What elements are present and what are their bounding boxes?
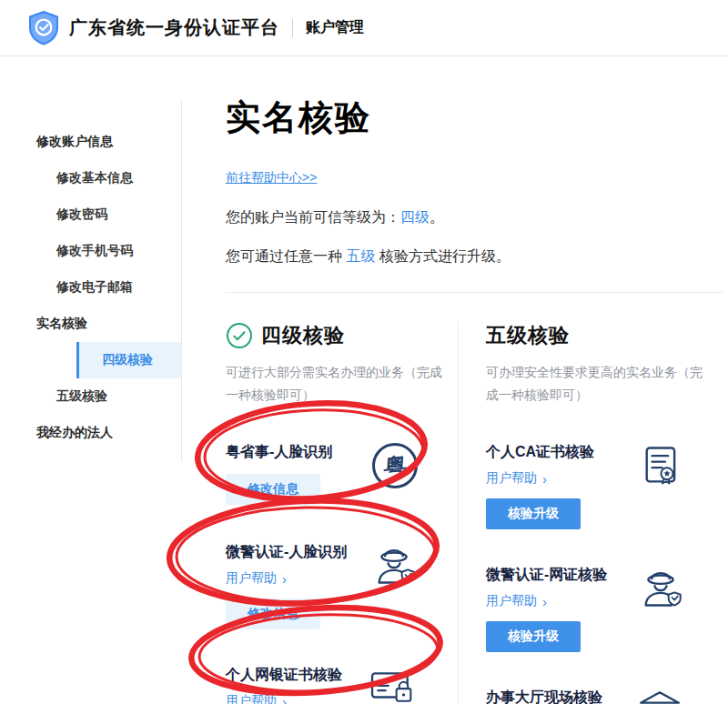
user-help-label: 用户帮助 [486,470,537,487]
upgrade-hint-suffix: 核验方式进行升级。 [375,248,510,264]
card-weijing-face: 微警认证-人脸识别 用户帮助› 修改信息 [226,543,458,629]
shield-check-icon [27,10,60,46]
green-circle-check-icon [226,322,253,349]
current-level-text: 您的账户当前可信等级为：四级。 [226,208,723,227]
user-help-link[interactable]: 用户帮助› [486,593,547,609]
level4-description: 可进行大部分需实名办理的业务（完成一种核验即可） [226,361,446,407]
section-title: 账户管理 [306,18,364,37]
chevron-right-icon: › [282,571,287,587]
user-help-label: 用户帮助 [486,593,537,609]
card-title: 微警认证-网证核验 [486,566,657,585]
card-title: 微警认证-人脸识别 [226,543,392,562]
card-yueshengshi-face: 粤省事-人脸识别 修改信息 粤 [226,443,458,507]
section-divider [226,292,723,293]
sidebar-item-level4-verify[interactable]: 四级核验 [76,342,181,378]
bank-card-lock-icon [369,666,418,704]
main-content: 实名核验 前往帮助中心>> 您的账户当前可信等级为：四级。 您可通过任意一种 五… [226,56,723,704]
chevron-right-icon: › [542,594,547,609]
upgrade-hint-text: 您可通过任意一种 五级 核验方式进行升级。 [226,247,723,267]
level5-description: 可办理安全性要求更高的实名业务（完成一种核验即可） [486,361,706,407]
modify-info-button[interactable]: 修改信息 [226,474,320,505]
card-title: 个人网银证书核验 [226,666,392,685]
platform-title: 广东省统一身份认证平台 [69,15,279,40]
level4-column: 四级核验 可进行大部分需实名办理的业务（完成一种核验即可） 粤省事-人脸识别 修… [226,322,458,704]
card-service-hall-onsite: 办事大厅现场核验 查看办事大厅地址› 查看办理条件 [486,689,723,704]
card-personal-ca-cert: 个人CA证书核验 用户帮助› 核验升级 [486,443,723,529]
sidebar-item-modify-account-info[interactable]: 修改账户信息 [0,124,181,160]
modify-info-button[interactable]: 修改信息 [226,598,320,629]
level5-column: 五级核验 可办理安全性要求更高的实名业务（完成一种核验即可） 个人CA证书核验 … [458,322,723,704]
verify-upgrade-button[interactable]: 核验升级 [486,621,581,652]
card-title: 个人CA证书核验 [486,443,657,462]
current-level-suffix: 。 [430,209,444,225]
sidebar-item-my-legal-entities[interactable]: 我经办的法人 [0,415,181,451]
card-title: 办事大厅现场核验 [486,689,657,704]
police-officer-icon [637,566,684,611]
current-level-value: 四级 [400,209,430,225]
header-divider [292,19,293,37]
sidebar-item-realname-verify[interactable]: 实名核验 [0,306,181,342]
upgrade-level-value: 五级 [346,248,375,264]
card-personal-netbank-cert: 个人网银证书核验 用户帮助› 修改信息 [226,666,458,704]
sidebar-item-level5-verify[interactable]: 五级核验 [0,378,181,415]
sidebar-item-modify-phone[interactable]: 修改手机号码 [0,233,181,269]
card-weijing-netcert: 微警认证-网证核验 用户帮助› 核验升级 [486,566,723,652]
upgrade-hint-prefix: 您可通过任意一种 [226,248,346,264]
user-help-link[interactable]: 用户帮助› [486,470,547,487]
sidebar-nav: 修改账户信息 修改基本信息 修改密码 修改手机号码 修改电子邮箱 实名核验 四级… [0,100,182,462]
help-center-link[interactable]: 前往帮助中心>> [226,170,317,186]
sidebar-item-modify-email[interactable]: 修改电子邮箱 [0,269,181,306]
level4-heading: 四级核验 [261,322,345,349]
user-help-link[interactable]: 用户帮助› [226,693,287,704]
police-officer-icon [370,543,418,588]
certificate-seal-icon [639,443,684,488]
user-help-label: 用户帮助 [226,570,277,587]
sidebar-item-modify-password[interactable]: 修改密码 [0,196,181,233]
government-building-icon [635,689,684,704]
current-level-prefix: 您的账户当前可信等级为： [226,209,400,225]
chevron-right-icon: › [542,471,547,487]
sidebar-item-modify-basic-info[interactable]: 修改基本信息 [0,160,181,196]
user-help-link[interactable]: 用户帮助› [226,570,287,587]
verify-upgrade-button[interactable]: 核验升级 [486,498,581,529]
user-help-label: 用户帮助 [226,693,277,704]
page-title: 实名核验 [226,95,723,141]
yue-circle-icon: 粤 [372,443,418,488]
chevron-right-icon: › [282,694,287,704]
level5-heading: 五级核验 [486,322,570,349]
card-title: 粤省事-人脸识别 [226,443,392,462]
app-header: 广东省统一身份认证平台 账户管理 [0,0,728,56]
